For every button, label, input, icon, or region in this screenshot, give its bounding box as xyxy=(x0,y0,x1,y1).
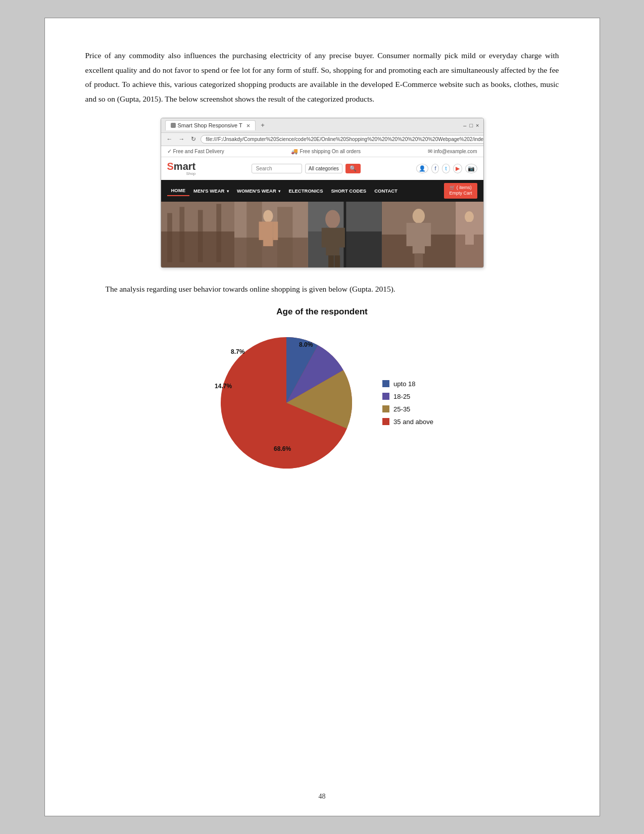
svg-rect-35 xyxy=(465,222,474,245)
topbar-shipping: 🚚 Free shipping On all orders xyxy=(291,148,361,155)
facebook-icon[interactable]: f xyxy=(431,164,439,173)
svg-rect-29 xyxy=(424,223,431,246)
all-categories-dropdown[interactable]: All categories xyxy=(305,164,342,173)
instagram-icon[interactable]: 📷 xyxy=(465,164,477,173)
nav-mens-wear[interactable]: MEN'S WEAR ▾ xyxy=(189,186,233,196)
email-icon: ✉ xyxy=(428,148,432,155)
paragraph-2: The analysis regarding user behavior tow… xyxy=(85,282,559,297)
svg-rect-4 xyxy=(197,210,203,262)
address-box[interactable]: file:///F:/Jnsakdy/Computer%20Science/co… xyxy=(201,135,484,144)
svg-point-34 xyxy=(465,211,474,222)
nav-home[interactable]: HOME xyxy=(167,186,190,196)
browser-screenshot: Smart Shop Responsive T × + – □ × ← → ↻ … xyxy=(161,118,484,268)
chart-legend: upto 18 18-25 25-35 35 and above xyxy=(382,380,433,426)
restore-btn[interactable]: □ xyxy=(469,122,473,128)
shop-logo: Smart Shop xyxy=(167,161,196,176)
tab-plus: × xyxy=(246,122,251,129)
chart-section: Age of the respondent xyxy=(85,307,559,479)
legend-item-upto18: upto 18 xyxy=(382,380,433,388)
svg-rect-23 xyxy=(334,255,340,267)
logo-mart: mart xyxy=(174,161,195,172)
svg-point-18 xyxy=(325,210,340,228)
chart-title: Age of the respondent xyxy=(276,307,367,317)
minimize-btn[interactable]: – xyxy=(463,122,466,128)
svg-rect-9 xyxy=(277,207,292,267)
header-icons: 👤 f t ▶ 📷 xyxy=(416,164,477,173)
chart-area: 8.0% 8.7% 14.7% 68.6% upto 18 18-25 xyxy=(211,327,433,479)
svg-rect-22 xyxy=(328,255,334,267)
svg-rect-19 xyxy=(326,228,339,256)
label-25-35: 14.7% xyxy=(215,383,232,390)
hero-img-5 xyxy=(456,202,483,267)
label-35plus: 68.6% xyxy=(274,445,291,452)
legend-label-35plus: 35 and above xyxy=(393,418,433,426)
svg-rect-5 xyxy=(216,204,221,262)
paragraph-1: Price of any commodity also influences t… xyxy=(85,49,559,107)
search-button[interactable]: 🔍 xyxy=(345,164,361,173)
cart-button[interactable]: 🛒 ( items) Empty Cart xyxy=(444,183,477,199)
cart-label: 🛒 ( items) xyxy=(449,185,472,191)
nav-short-codes[interactable]: SHORT CODES xyxy=(327,186,370,196)
window-controls: – □ × xyxy=(463,122,479,128)
search-input[interactable] xyxy=(252,164,302,173)
svg-rect-27 xyxy=(412,223,424,254)
shop-nav: HOME MEN'S WEAR ▾ WOMEN'S WEAR ▾ ELECTRO… xyxy=(161,180,483,202)
legend-color-25-35 xyxy=(382,405,389,412)
label-upto18: 8.0% xyxy=(299,341,313,348)
forward-btn[interactable]: → xyxy=(177,135,186,143)
svg-rect-31 xyxy=(417,254,423,267)
twitter-icon[interactable]: t xyxy=(442,164,450,173)
legend-color-upto18 xyxy=(382,380,389,387)
hero-img-3 xyxy=(308,202,382,267)
svg-rect-11 xyxy=(263,222,273,247)
youtube-icon[interactable]: ▶ xyxy=(453,164,462,173)
new-tab-btn[interactable]: + xyxy=(261,121,265,129)
legend-item-35plus: 35 and above xyxy=(382,418,433,426)
label-18-25: 8.7% xyxy=(231,348,244,355)
shipping-icon: 🚚 xyxy=(291,148,298,155)
delivery-icon: ✓ xyxy=(167,148,172,155)
topbar-email: ✉ info@example.com xyxy=(428,148,477,155)
svg-point-26 xyxy=(412,209,424,223)
browser-addressbar: ← → ↻ file:///F:/Jnsakdy/Computer%20Scie… xyxy=(161,133,483,146)
back-btn[interactable]: ← xyxy=(165,135,174,143)
svg-rect-2 xyxy=(167,213,172,262)
nav-womens-wear[interactable]: WOMEN'S WEAR ▾ xyxy=(233,186,284,196)
pie-chart: 8.0% 8.7% 14.7% 68.6% xyxy=(211,327,362,479)
legend-color-18-25 xyxy=(382,393,389,400)
document-page: Price of any commodity also influences t… xyxy=(44,18,600,816)
tab-label: Smart Shop Responsive T xyxy=(178,122,242,128)
svg-rect-21 xyxy=(339,228,345,248)
hero-img-4 xyxy=(382,202,456,267)
logo-sub: Shop xyxy=(167,171,196,176)
shop-topbar: ✓ Free and Fast Delivery 🚚 Free shipping… xyxy=(161,146,483,157)
hero-img-2 xyxy=(234,202,308,267)
close-btn[interactable]: × xyxy=(476,122,479,128)
topbar-email-text: info@example.com xyxy=(434,149,477,154)
svg-rect-13 xyxy=(273,222,278,240)
logo-s: S xyxy=(167,161,174,172)
browser-tab: Smart Shop Responsive T × xyxy=(165,120,256,130)
nav-contact[interactable]: CONTACT xyxy=(370,186,402,196)
refresh-btn[interactable]: ↻ xyxy=(189,135,197,143)
logo-text: Smart xyxy=(167,161,196,171)
search-area: All categories 🔍 xyxy=(201,164,411,173)
shop-header: Smart Shop All categories 🔍 👤 f t ▶ 📷 xyxy=(161,157,483,180)
svg-rect-20 xyxy=(322,228,327,248)
topbar-delivery: ✓ Free and Fast Delivery xyxy=(167,148,224,155)
topbar-delivery-text: Free and Fast Delivery xyxy=(173,149,224,154)
svg-rect-3 xyxy=(179,207,184,262)
legend-label-25-35: 25-35 xyxy=(393,405,410,413)
shop-hero-banner xyxy=(161,202,483,267)
svg-rect-12 xyxy=(259,222,264,240)
tab-icon xyxy=(171,123,176,128)
legend-label-upto18: upto 18 xyxy=(393,380,415,388)
browser-titlebar: Smart Shop Responsive T × + – □ × xyxy=(161,118,483,133)
user-icon[interactable]: 👤 xyxy=(416,164,428,173)
pie-labels: 8.0% 8.7% 14.7% 68.6% xyxy=(211,327,362,479)
nav-electronics[interactable]: ELECTRONICS xyxy=(284,186,327,196)
cart-sublabel: Empty Cart xyxy=(449,191,472,197)
hero-img-1 xyxy=(161,202,235,267)
legend-item-25-35: 25-35 xyxy=(382,405,433,413)
svg-point-10 xyxy=(263,210,273,222)
